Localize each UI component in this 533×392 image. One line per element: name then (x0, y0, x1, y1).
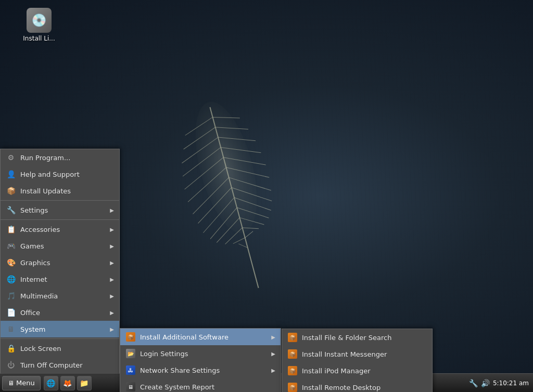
svg-line-0 (210, 107, 258, 288)
taskbar-right: 🔧 🔊 5:10:21 am (469, 379, 533, 387)
svg-line-17 (218, 128, 256, 150)
login-settings-arrow: ▶ (271, 351, 275, 357)
games-icon: 🎮 (6, 241, 16, 251)
svg-line-12 (222, 228, 245, 244)
install-submenu: 📦 Install File & Folder Search 📦 Install… (282, 329, 433, 392)
multimedia-icon: 🎵 (6, 291, 16, 301)
svg-line-16 (215, 119, 248, 137)
menu-item-internet[interactable]: 🌐 Internet ▶ (1, 271, 119, 288)
create-report-icon: 🖥 (125, 382, 136, 392)
help-icon: 👤 (6, 169, 16, 179)
menu-item-settings[interactable]: 🔧 Settings ▶ (1, 202, 119, 218)
submenu2-remote-desktop[interactable]: 📦 Install Remote Desktop (282, 379, 432, 392)
office-icon: 📄 (6, 307, 16, 318)
settings-arrow: ▶ (110, 207, 114, 213)
svg-line-13 (233, 238, 246, 243)
multimedia-arrow: ▶ (110, 293, 114, 299)
submenu-item-login-settings-label: Login Settings (140, 350, 188, 358)
network-share-icon: 🖧 (125, 365, 136, 375)
install-additional-icon: 📦 (125, 332, 136, 342)
svg-line-24 (237, 200, 269, 225)
system-arrow: ▶ (110, 326, 114, 332)
taskbar-volume-icon[interactable]: 🔊 (481, 379, 490, 387)
submenu-item-create-report[interactable]: 🖥 Create System Report (120, 378, 281, 392)
menu-item-office[interactable]: 📄 Office ▶ (1, 304, 119, 321)
svg-line-15 (213, 111, 240, 125)
files-icon: 📁 (80, 379, 88, 387)
desktop-icon-label: Install Li... (23, 35, 55, 42)
menu-item-games[interactable]: 🎮 Games ▶ (1, 238, 119, 254)
menu-item-graphics[interactable]: 🎨 Graphics ▶ (1, 254, 119, 271)
instant-messenger-icon: 📦 (287, 349, 298, 359)
svg-line-5 (179, 158, 229, 189)
menu-item-multimedia[interactable]: 🎵 Multimedia ▶ (1, 288, 119, 304)
submenu-item-login-settings[interactable]: 📂 Login Settings ▶ (120, 345, 281, 362)
separator-2 (1, 219, 119, 220)
menu-item-office-label: Office (20, 309, 40, 317)
network-share-arrow: ▶ (271, 368, 275, 373)
system-icon: 🖥 (6, 324, 16, 334)
desktop-icon-install[interactable]: 💿 Install Li... (18, 8, 60, 42)
submenu2-instant-messenger-label: Install Instant Messenger (302, 350, 387, 358)
taskbar-tool-icon[interactable]: 🔧 (469, 379, 478, 387)
submenu-item-install-additional[interactable]: 📦 Install Additional Software ▶ 📦 Instal… (120, 329, 281, 345)
menu-item-help-label: Help and Support (20, 171, 80, 178)
svg-line-27 (244, 231, 254, 238)
login-settings-icon: 📂 (125, 348, 136, 359)
menu-item-accessories[interactable]: 📋 Accessories ▶ (1, 221, 119, 238)
submenu-item-create-report-label: Create System Report (140, 383, 214, 391)
taskbar-icon-network[interactable]: 🌐 (44, 376, 58, 390)
svg-line-10 (204, 207, 243, 239)
svg-line-25 (239, 212, 264, 230)
svg-line-23 (234, 189, 271, 219)
submenu2-file-search[interactable]: 📦 Install File & Folder Search (282, 329, 432, 346)
menu-item-updates-label: Install Updates (20, 187, 71, 195)
taskbar-icon-browser[interactable]: 🦊 (60, 376, 75, 390)
menu-item-accessories-label: Accessories (20, 226, 60, 233)
menu-item-multimedia-label: Multimedia (20, 292, 58, 300)
submenu2-ipod-manager[interactable]: 📦 Install iPod Manager (282, 362, 432, 379)
submenu-item-network-share[interactable]: 🖧 Network Share Settings ▶ (120, 362, 281, 378)
file-search-icon: 📦 (287, 332, 298, 343)
system-submenu: 📦 Install Additional Software ▶ 📦 Instal… (120, 328, 281, 392)
menu-item-settings-label: Settings (20, 206, 48, 214)
graphics-arrow: ▶ (110, 260, 114, 266)
internet-icon: 🌐 (6, 274, 16, 284)
install-additional-arrow: ▶ (271, 334, 275, 340)
svg-line-4 (178, 147, 225, 176)
office-arrow: ▶ (110, 310, 114, 316)
submenu2-ipod-manager-label: Install iPod Manager (302, 367, 371, 375)
menu-item-run-label: Run Program... (20, 154, 70, 162)
menu-item-system-label: System (20, 325, 45, 333)
svg-line-2 (180, 127, 219, 149)
games-arrow: ▶ (110, 243, 114, 249)
browser-icon: 🦊 (63, 379, 72, 387)
taskbar-icon-files[interactable]: 📁 (77, 376, 92, 390)
menu-item-internet-label: Internet (20, 276, 47, 283)
svg-line-18 (221, 138, 261, 163)
menu-item-run[interactable]: ⚙ Run Program... (1, 149, 119, 166)
svg-line-7 (186, 177, 236, 214)
menu-item-system[interactable]: 🖥 System ▶ 📦 Install Additional Software… (1, 321, 119, 337)
submenu2-instant-messenger[interactable]: 📦 Install Instant Messenger (282, 346, 432, 362)
svg-line-20 (226, 158, 269, 188)
svg-line-14 (238, 242, 248, 250)
menu-item-updates[interactable]: 📦 Install Updates (1, 182, 119, 199)
taskbar-menu-button[interactable]: 🖥 Menu (2, 376, 41, 390)
power-icon: ⏻ (6, 360, 16, 370)
network-icon: 🌐 (46, 379, 55, 387)
menu-item-help[interactable]: 👤 Help and Support (1, 166, 119, 182)
svg-line-11 (212, 218, 244, 243)
accessories-icon: 📋 (6, 224, 16, 234)
internet-arrow: ▶ (110, 277, 114, 282)
menu-item-lock-label: Lock Screen (20, 345, 61, 352)
separator-3 (1, 338, 119, 339)
taskbar-menu-label: Menu (16, 379, 35, 387)
menu-item-lock[interactable]: 🔒 Lock Screen (1, 340, 119, 357)
menu-item-turnoff[interactable]: ⏻ Turn Off Computer (1, 357, 119, 373)
run-icon: ⚙ (6, 152, 16, 163)
submenu-item-install-additional-label: Install Additional Software (140, 333, 229, 341)
submenu2-file-search-label: Install File & Folder Search (302, 334, 391, 342)
desktop: 💿 Install Li... ⚙ Run Program... 👤 Help … (0, 0, 533, 392)
svg-line-22 (232, 178, 272, 210)
